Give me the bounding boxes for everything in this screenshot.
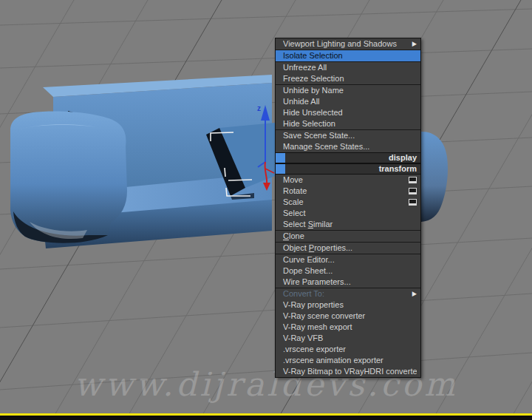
menu-item-unhide-all[interactable]: Unhide All [276, 96, 420, 107]
menu-item-label: Object Properties... [283, 243, 417, 254]
menu-item-label: Rotate [283, 186, 406, 197]
menu-item-clone[interactable]: Clone [276, 231, 420, 242]
menu-item-rotate[interactable]: Rotate [276, 186, 420, 197]
menu-item-label: V-Ray properties [283, 299, 417, 311]
menu-item-label: Select Similar [283, 219, 417, 230]
menu-item-label: Viewport Lighting and Shadows [283, 38, 409, 50]
menu-item-label: V-Ray VFB [283, 333, 417, 344]
quad-title-transform[interactable]: transform [276, 163, 420, 175]
menu-item-label: .vrscene exporter [283, 344, 417, 355]
menu-item-viewport-lighting-and-shadows[interactable]: Viewport Lighting and Shadows▶ [276, 38, 420, 50]
quad-title-label: transform [285, 164, 420, 174]
menu-item-convert-to[interactable]: Convert To:▶ [276, 288, 420, 299]
menu-item-save-scene-state[interactable]: Save Scene State... [276, 130, 420, 141]
menu-item-label: Select [283, 208, 417, 219]
gizmo-z-label: z [257, 104, 261, 112]
menu-item-freeze-selection[interactable]: Freeze Selection [276, 73, 420, 84]
viewport-scene[interactable]: z [0, 0, 532, 415]
menu-item-dope-sheet[interactable]: Dope Sheet... [276, 265, 420, 277]
menu-item-label: Curve Editor... [283, 254, 417, 265]
quad-color-swatch [276, 153, 285, 163]
menu-item-v-ray-properties[interactable]: V-Ray properties [276, 299, 420, 311]
menu-item-scale[interactable]: Scale [276, 197, 420, 208]
menu-item-label: Move [283, 175, 406, 186]
menu-item-unfreeze-all[interactable]: Unfreeze All [276, 62, 420, 73]
submenu-arrow-icon: ▶ [412, 38, 417, 50]
menu-item-label: Save Scene State... [283, 130, 417, 141]
menu-item-label: V-Ray Bitmap to VRayHDRI converter [283, 366, 417, 377]
menu-item-select-similar[interactable]: Select Similar [276, 219, 420, 230]
menu-item-vrscene-animation-exporter[interactable]: .vrscene animation exporter [276, 355, 420, 366]
menu-item-wire-parameters[interactable]: Wire Parameters... [276, 277, 420, 288]
menu-item-label: Dope Sheet... [283, 265, 417, 277]
menu-item-label: Unfreeze All [283, 62, 417, 73]
menu-item-hide-selection[interactable]: Hide Selection [276, 118, 420, 129]
settings-box-icon[interactable] [409, 177, 417, 183]
menu-item-isolate-selection[interactable]: Isolate Selection [276, 50, 420, 61]
menu-item-label: Freeze Selection [283, 73, 417, 84]
menu-item-v-ray-mesh-export[interactable]: V-Ray mesh export [276, 322, 420, 333]
menu-item-label: Convert To: [283, 288, 409, 299]
menu-item-v-ray-vfb[interactable]: V-Ray VFB [276, 333, 420, 344]
menu-item-label: Hide Selection [283, 118, 417, 129]
menu-item-v-ray-scene-converter[interactable]: V-Ray scene converter [276, 311, 420, 322]
menu-item-label: V-Ray scene converter [283, 311, 417, 322]
menu-item-curve-editor[interactable]: Curve Editor... [276, 254, 420, 265]
max-viewport-window: z www.dijraldevs.com Viewport Lighting a… [0, 0, 532, 420]
menu-item-label: V-Ray mesh export [283, 322, 417, 333]
menu-item-label: Clone [283, 231, 417, 242]
menu-item-label: Wire Parameters... [283, 277, 417, 288]
menu-item-v-ray-bitmap-to-vrayhdri-converter[interactable]: V-Ray Bitmap to VRayHDRI converter [276, 366, 420, 377]
quad-color-swatch [276, 164, 285, 174]
menu-item-label: Unhide All [283, 96, 417, 107]
settings-box-icon[interactable] [409, 199, 417, 206]
settings-box-icon[interactable] [409, 188, 417, 194]
quad-title-label: display [285, 153, 420, 163]
quad-title-display[interactable]: display [276, 152, 420, 163]
menu-item-hide-unselected[interactable]: Hide Unselected [276, 107, 420, 118]
bottom-panel-edge [0, 416, 532, 420]
menu-item-label: Isolate Selection [283, 50, 417, 61]
context-menu: Viewport Lighting and Shadows▶Isolate Se… [275, 38, 421, 378]
menu-item-label: Unhide by Name [283, 85, 417, 96]
menu-item-label: .vrscene animation exporter [283, 355, 417, 366]
menu-item-label: Hide Unselected [283, 107, 417, 118]
menu-item-label: Scale [283, 197, 406, 208]
menu-item-unhide-by-name[interactable]: Unhide by Name [276, 85, 420, 96]
menu-item-object-properties[interactable]: Object Properties... [276, 243, 420, 254]
menu-item-label: Manage Scene States... [283, 141, 417, 152]
menu-item-manage-scene-states[interactable]: Manage Scene States... [276, 141, 420, 152]
menu-item-select[interactable]: Select [276, 208, 420, 219]
submenu-arrow-icon: ▶ [412, 288, 417, 300]
menu-item-vrscene-exporter[interactable]: .vrscene exporter [276, 344, 420, 355]
menu-item-move[interactable]: Move [276, 175, 420, 186]
